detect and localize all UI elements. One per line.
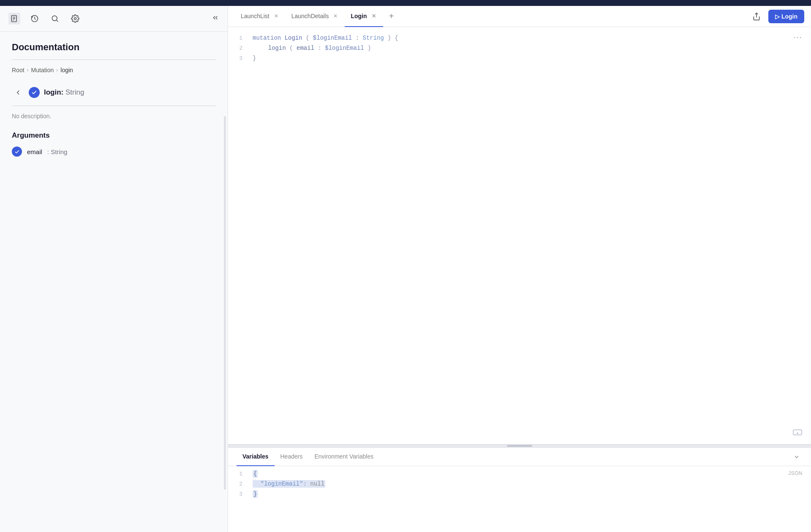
field-divider (12, 106, 216, 106)
line-content-1: mutation Login ( $loginEmail : String ) … (249, 35, 811, 41)
arg-name: email (27, 148, 42, 155)
svg-point-5 (52, 16, 57, 21)
collapse-icon[interactable] (212, 14, 219, 24)
drag-handle (507, 445, 532, 447)
run-button[interactable]: ▷ Login (768, 10, 804, 23)
editor-lines: 1 mutation Login ( $loginEmail : String … (228, 34, 811, 437)
right-panel: LaunchList ✕ LaunchDetails ✕ Login ✕ + (228, 6, 811, 532)
field-header: login: String (12, 86, 216, 99)
tabs-bar: LaunchList ✕ LaunchDetails ✕ Login ✕ + (228, 6, 811, 27)
tab-login[interactable]: Login ✕ (345, 6, 383, 27)
breadcrumb-sep-2: › (56, 67, 58, 73)
arg-check-circle (12, 147, 22, 157)
sidebar-title: Documentation (12, 42, 216, 53)
add-tab-button[interactable]: + (385, 10, 398, 23)
tab-launchlist[interactable]: LaunchList ✕ (235, 6, 286, 27)
svg-line-6 (57, 20, 58, 22)
sidebar-inner: Documentation Root › Mutation › login (0, 32, 228, 532)
line-number-2: 2 (228, 45, 249, 52)
variables-line-2: 2 "loginEmail": null (228, 480, 811, 490)
breadcrumb: Root › Mutation › login (12, 67, 216, 73)
search-icon[interactable] (49, 13, 61, 24)
breadcrumb-login: login (60, 67, 73, 73)
breadcrumb-root[interactable]: Root (12, 67, 24, 73)
var-line-number-3: 3 (228, 491, 249, 497)
code-line-3: 3 } (228, 54, 811, 64)
tab-close-launchlist[interactable]: ✕ (273, 13, 280, 19)
var-line-number-1: 1 (228, 471, 249, 477)
variables-line-1: 1 { (228, 470, 811, 480)
bottom-editor: JSON 1 { 2 "loginEmail": null (228, 466, 811, 532)
bottom-panel: Variables Headers Environment Variables … (228, 448, 811, 532)
no-description: No description. (12, 113, 216, 119)
share-button[interactable] (750, 10, 763, 23)
keyboard-icon[interactable] (792, 427, 803, 439)
main-layout: Documentation Root › Mutation › login (0, 6, 811, 532)
sidebar-scrollbar (224, 116, 226, 490)
breadcrumb-sep-1: › (27, 67, 29, 73)
tab-env-variables[interactable]: Environment Variables (308, 448, 379, 466)
var-line-content-3: } (249, 491, 811, 497)
argument-email: email: String (12, 147, 216, 157)
code-line-2: 2 login ( email : $loginEmail ) (228, 44, 811, 54)
sidebar-icon-bar (0, 6, 228, 32)
tabs-right: ▷ Login (750, 10, 804, 23)
tab-launchdetails[interactable]: LaunchDetails ✕ (286, 6, 345, 27)
line-number-1: 1 (228, 35, 249, 41)
sidebar-title-divider (12, 60, 216, 60)
variables-line-3: 3 } (228, 490, 811, 500)
line-content-2: login ( email : $loginEmail ) (249, 45, 811, 52)
arguments-title: Arguments (12, 131, 216, 140)
tab-close-launchdetails[interactable]: ✕ (332, 13, 339, 19)
var-line-content-2: "loginEmail": null (249, 480, 811, 487)
arg-type: : String (47, 148, 68, 155)
field-name: login: String (44, 88, 84, 97)
docs-icon[interactable] (8, 13, 20, 24)
svg-rect-9 (793, 430, 802, 435)
more-options-button[interactable]: ··· (794, 33, 803, 42)
sidebar: Documentation Root › Mutation › login (0, 6, 228, 532)
var-line-content-1: { (249, 470, 811, 477)
top-bar (0, 0, 811, 6)
history-icon[interactable] (29, 13, 41, 24)
back-button[interactable] (12, 86, 24, 99)
breadcrumb-mutation[interactable]: Mutation (31, 67, 54, 73)
tab-headers[interactable]: Headers (275, 448, 309, 466)
svg-point-7 (74, 18, 76, 20)
sidebar-content: Documentation Root › Mutation › login (0, 32, 228, 167)
collapse-panel-button[interactable] (791, 451, 803, 463)
json-label: JSON (788, 470, 803, 476)
tab-variables[interactable]: Variables (237, 448, 275, 466)
var-line-number-2: 2 (228, 481, 249, 487)
settings-icon[interactable] (69, 13, 81, 24)
line-number-3: 3 (228, 55, 249, 62)
bottom-tab-right (791, 451, 803, 463)
field-check-circle (29, 87, 40, 98)
code-line-1: 1 mutation Login ( $loginEmail : String … (228, 34, 811, 44)
tab-close-login[interactable]: ✕ (370, 13, 377, 19)
line-content-3: } (249, 55, 811, 62)
bottom-tabs: Variables Headers Environment Variables (228, 448, 811, 466)
editor-area: 1 mutation Login ( $loginEmail : String … (228, 27, 811, 444)
